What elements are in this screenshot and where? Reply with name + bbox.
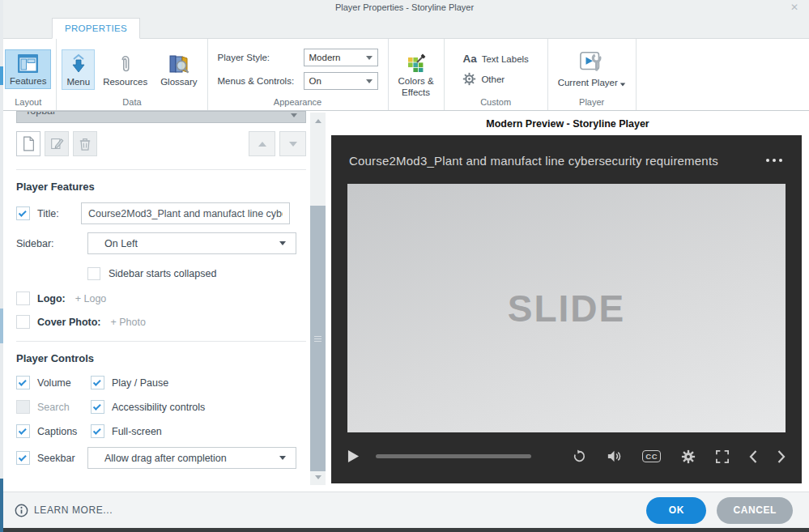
next-icon	[777, 450, 786, 463]
cancel-button[interactable]: CANCEL	[717, 497, 793, 524]
arrow-down-icon	[315, 475, 321, 479]
checkmark-icon	[93, 378, 101, 386]
move-up-button[interactable]	[249, 131, 275, 156]
arrow-up-icon	[315, 119, 321, 123]
menus-controls-value: On	[309, 76, 366, 86]
play-pause-checkbox[interactable]	[91, 376, 104, 389]
ribbon-group-colors-effects: Colors &Effects	[389, 39, 445, 110]
dialog-footer: LEARN MORE... OK CANCEL	[0, 492, 809, 528]
checkmark-icon	[19, 209, 27, 217]
new-tab-button[interactable]	[16, 131, 40, 156]
dropdown-arrow-icon	[366, 79, 373, 83]
sidebar-collapsed-checkbox[interactable]	[87, 267, 100, 280]
topbar-tabs-select[interactable]: Topbar	[16, 111, 306, 123]
captions-checkbox[interactable]	[16, 424, 30, 438]
dropdown-arrow-icon	[620, 83, 625, 87]
resources-paperclip-icon	[117, 53, 134, 74]
current-player-button[interactable]: Current Player	[553, 46, 631, 92]
move-down-button[interactable]	[279, 131, 306, 156]
menus-controls-select[interactable]: On	[304, 72, 378, 90]
edit-tab-button[interactable]	[45, 131, 69, 156]
text-labels-label: Text Labels	[482, 54, 529, 64]
panel-scrollbar[interactable]	[310, 113, 326, 485]
seekbar-label: Seekbar	[37, 453, 75, 464]
close-icon: ✕	[790, 2, 798, 12]
grip-icon	[314, 336, 321, 342]
resources-button[interactable]: Resources	[98, 49, 152, 90]
sidebar-collapsed-label: Sidebar starts collapsed	[109, 268, 216, 279]
slide-placeholder: SLIDE	[347, 184, 786, 432]
accessibility-label: Accessibility controls	[112, 402, 205, 413]
ribbon-group-data: Menu Resources Glossar	[57, 39, 207, 110]
checkmark-icon	[93, 402, 101, 411]
volume-label: Volume	[37, 377, 71, 389]
other-label: Other	[481, 74, 505, 84]
features-button[interactable]: Features	[5, 49, 51, 89]
other-button[interactable]: Other	[462, 72, 505, 86]
volume-icon	[607, 449, 622, 463]
close-button[interactable]: ✕	[788, 2, 801, 13]
play-pause-label: Play / Pause	[112, 377, 168, 389]
info-icon	[15, 504, 28, 517]
volume-checkbox[interactable]	[16, 376, 30, 389]
accessibility-checkbox[interactable]	[91, 400, 104, 414]
dropdown-arrow-icon	[279, 241, 286, 245]
learn-more-link[interactable]: LEARN MORE...	[15, 504, 113, 517]
menus-controls-label: Menus & Controls:	[218, 76, 304, 86]
menu-button[interactable]: Menu	[62, 49, 95, 90]
sidebar-select[interactable]: On Left	[87, 232, 296, 254]
ribbon-tab-row: PROPERTIES	[0, 15, 809, 39]
cover-photo-label: Cover Photo:	[37, 317, 100, 328]
fullscreen-checkbox[interactable]	[91, 424, 104, 438]
cover-photo-checkbox[interactable]	[16, 315, 30, 329]
new-page-icon	[23, 136, 35, 151]
text-labels-button[interactable]: Aa Text Labels	[462, 53, 528, 65]
title-label: Title:	[37, 208, 81, 219]
menu-label: Menu	[66, 77, 90, 87]
colors-effects-icon	[406, 53, 427, 74]
trash-icon	[79, 137, 92, 151]
seekbar-checkbox[interactable]	[16, 451, 30, 465]
glossary-button[interactable]: Glossary	[155, 49, 202, 90]
colors-effects-label: Colors &Effects	[398, 76, 434, 99]
player-controls-heading: Player Controls	[16, 352, 309, 364]
checkmark-icon	[19, 427, 27, 435]
tab-properties[interactable]: PROPERTIES	[52, 18, 140, 39]
player-style-select[interactable]: Modern	[304, 49, 378, 66]
ribbon-group-label-data: Data	[57, 96, 207, 110]
cover-photo-add-link[interactable]: + Photo	[110, 317, 145, 328]
player-properties-dialog: Player Properties - Storyline Player ✕ P…	[0, 0, 809, 532]
captions-label: Captions	[37, 426, 77, 437]
scroll-up-button[interactable]	[310, 114, 326, 127]
logo-checkbox[interactable]	[16, 292, 30, 305]
dialog-title: Player Properties - Storyline Player	[335, 2, 474, 12]
slide-placeholder-text: SLIDE	[508, 287, 625, 330]
arrow-down-icon	[289, 142, 297, 147]
sidebar-label: Sidebar:	[16, 238, 87, 249]
learn-more-label: LEARN MORE...	[34, 504, 113, 516]
player-preview-controls: CC	[331, 432, 802, 483]
ribbon: Features Layout Menu Reso	[0, 39, 809, 111]
player-style-value: Modern	[309, 53, 366, 62]
menu-icon	[69, 53, 88, 74]
title-checkbox[interactable]	[16, 206, 30, 220]
preview-panel: Modern Preview - Storyline Player Course…	[326, 111, 809, 492]
scroll-down-button[interactable]	[310, 470, 326, 483]
ribbon-group-label-appearance: Appearance	[208, 96, 388, 110]
replay-icon	[573, 449, 586, 463]
window-edge	[0, 0, 3, 532]
arrow-up-icon	[258, 142, 266, 147]
delete-tab-button[interactable]	[73, 131, 97, 156]
seekbar-option-select[interactable]: Allow drag after completion	[87, 447, 296, 469]
glossary-icon	[168, 53, 190, 74]
scroll-thumb[interactable]	[310, 206, 326, 471]
logo-add-link[interactable]: + Logo	[75, 293, 107, 304]
settings-gear-icon	[681, 449, 696, 464]
window-bottom-edge	[0, 528, 809, 532]
player-style-label: Player Style:	[218, 53, 304, 62]
search-checkbox[interactable]	[16, 400, 30, 414]
ok-button[interactable]: OK	[646, 497, 706, 524]
colors-effects-button[interactable]: Colors &Effects	[394, 49, 439, 102]
title-input[interactable]	[81, 202, 290, 224]
dialog-titlebar: Player Properties - Storyline Player ✕	[0, 0, 809, 15]
